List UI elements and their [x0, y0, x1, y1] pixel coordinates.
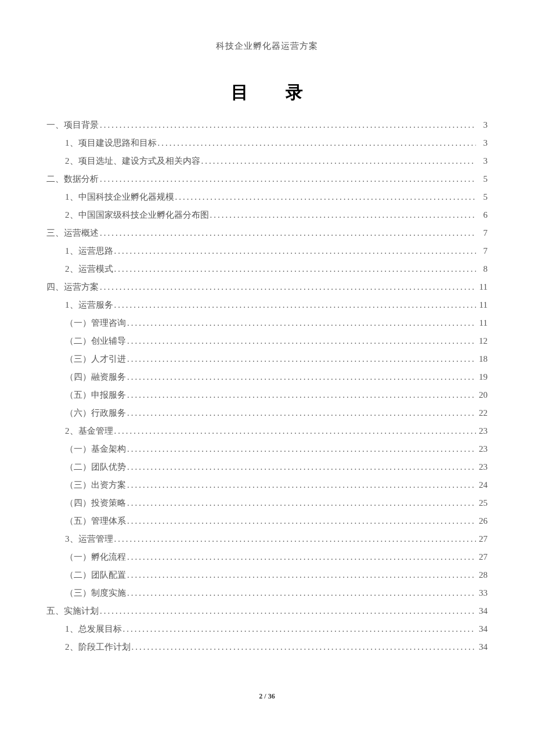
toc-entry-label: 三、运营概述	[46, 229, 99, 237]
toc-entry[interactable]: 二、数据分析5	[46, 175, 488, 183]
toc-dots	[99, 229, 476, 237]
toc-entry[interactable]: 3、运营管理 27	[46, 535, 488, 543]
toc-entry-page: 34	[476, 607, 488, 615]
toc-entry-label: 2、项目选址、建设方式及相关内容	[65, 157, 200, 165]
toc-entry[interactable]: （二）团队优势23	[46, 463, 488, 471]
toc-entry[interactable]: 2、中国国家级科技企业孵化器分布图 6	[46, 211, 488, 219]
toc-dots	[209, 211, 477, 219]
toc-dots	[113, 265, 477, 273]
toc-dots	[126, 409, 476, 417]
toc-dots	[99, 283, 476, 291]
toc-entry-label: 2、阶段工作计划	[65, 643, 131, 651]
toc-entry[interactable]: 四、运营方案11	[46, 283, 488, 291]
toc-entry-label: （三）人才引进	[65, 355, 126, 363]
toc-dots	[126, 463, 476, 471]
toc-dots	[99, 121, 476, 129]
toc-dots	[126, 481, 476, 489]
toc-entry[interactable]: （五）申报服务20	[46, 391, 488, 399]
toc-entry-page: 33	[476, 589, 488, 597]
toc-dots	[126, 589, 476, 597]
toc-entry[interactable]: 2、阶段工作计划 34	[46, 643, 488, 651]
toc-entry-label: （四）融资服务	[65, 373, 126, 381]
toc-entry-page: 11	[476, 319, 488, 327]
toc-entry[interactable]: （五）管理体系26	[46, 517, 488, 525]
toc-entry[interactable]: 1、中国科技企业孵化器规模 5	[46, 193, 488, 201]
toc-dots	[99, 175, 476, 183]
toc-entry[interactable]: 五、实施计划34	[46, 607, 488, 615]
toc-entry[interactable]: 2、运营模式 8	[46, 265, 488, 273]
toc-entry-label: （一）基金架构	[65, 445, 126, 453]
toc-entry-page: 7	[476, 247, 488, 255]
toc-entry-page: 7	[476, 229, 488, 237]
toc-entry-page: 5	[476, 175, 488, 183]
toc-entry-page: 24	[476, 481, 488, 489]
toc-entry-label: 二、数据分析	[46, 175, 99, 183]
toc-entry-page: 28	[476, 571, 488, 579]
toc-entry-label: （二）创业辅导	[65, 337, 126, 345]
toc-dots	[113, 535, 477, 543]
toc-entry-label: 1、项目建设思路和目标	[65, 139, 157, 147]
toc-entry[interactable]: （三）人才引进18	[46, 355, 488, 363]
toc-dots	[126, 391, 476, 399]
toc-entry-label: 1、中国科技企业孵化器规模	[65, 193, 174, 201]
toc-dots	[126, 373, 476, 381]
toc-dots	[126, 319, 476, 327]
toc-entry[interactable]: （二）创业辅导12	[46, 337, 488, 345]
toc-dots	[126, 553, 476, 561]
toc-entry-page: 25	[476, 499, 488, 507]
toc-dots	[126, 445, 476, 453]
toc-entry[interactable]: （六）行政服务22	[46, 409, 488, 417]
toc-dots	[122, 625, 477, 633]
toc-title: 目 录	[46, 81, 488, 105]
toc-entry[interactable]: （二）团队配置28	[46, 571, 488, 579]
toc-entry-label: （一）管理咨询	[65, 319, 126, 327]
toc-entry[interactable]: 1、运营服务 11	[46, 301, 488, 309]
toc-dots	[174, 193, 477, 201]
toc-entry-label: （五）管理体系	[65, 517, 126, 525]
toc-entry-label: （二）团队优势	[65, 463, 126, 471]
toc-entry-page: 22	[476, 409, 488, 417]
toc-entry-page: 26	[476, 517, 488, 525]
toc-entry[interactable]: 1、运营思路 7	[46, 247, 488, 255]
toc-entry[interactable]: 1、项目建设思路和目标 3	[46, 139, 488, 147]
toc-entry-page: 3	[476, 121, 488, 129]
toc-entry-page: 3	[476, 157, 488, 165]
toc-entry[interactable]: （一）管理咨询11	[46, 319, 488, 327]
toc-dots	[99, 607, 476, 615]
toc-entry[interactable]: （三）出资方案24	[46, 481, 488, 489]
toc-entry[interactable]: 1、总发展目标 34	[46, 625, 488, 633]
toc-entry-label: （五）申报服务	[65, 391, 126, 399]
toc-entry-page: 3	[476, 139, 488, 147]
toc-entry-page: 34	[476, 643, 488, 651]
toc-entry[interactable]: （一）孵化流程27	[46, 553, 488, 561]
toc-entry-label: 2、中国国家级科技企业孵化器分布图	[65, 211, 209, 219]
toc-entry-page: 23	[476, 427, 488, 435]
toc-dots	[131, 643, 477, 651]
toc-entry-page: 23	[476, 463, 488, 471]
toc-dots	[113, 427, 477, 435]
toc-entry-page: 6	[476, 211, 488, 219]
toc-dots	[126, 355, 476, 363]
toc-entry[interactable]: （三）制度实施33	[46, 589, 488, 597]
toc-entry-label: 一、项目背景	[46, 121, 99, 129]
toc-dots	[157, 139, 477, 147]
toc-entry-page: 19	[476, 373, 488, 381]
toc-entry-label: 2、基金管理	[65, 427, 113, 435]
toc-entry-page: 27	[476, 535, 488, 543]
toc-entry[interactable]: 2、基金管理 23	[46, 427, 488, 435]
toc-entry[interactable]: 三、运营概述7	[46, 229, 488, 237]
toc-entry[interactable]: 一、项目背景3	[46, 121, 488, 129]
toc-entry-label: 1、运营服务	[65, 301, 113, 309]
toc-entry[interactable]: （四）投资策略25	[46, 499, 488, 507]
toc-entry[interactable]: （四）融资服务19	[46, 373, 488, 381]
toc-entry-page: 23	[476, 445, 488, 453]
toc-entry[interactable]: 2、项目选址、建设方式及相关内容 3	[46, 157, 488, 165]
toc-entry-label: （二）团队配置	[65, 571, 126, 579]
toc-entry[interactable]: （一）基金架构23	[46, 445, 488, 453]
toc-entry-label: 3、运营管理	[65, 535, 113, 543]
toc-dots	[126, 499, 476, 507]
toc-entry-label: （三）制度实施	[65, 589, 126, 597]
toc-entry-page: 11	[476, 301, 488, 309]
toc-dots	[113, 301, 477, 309]
toc-entry-label: 四、运营方案	[46, 283, 99, 291]
